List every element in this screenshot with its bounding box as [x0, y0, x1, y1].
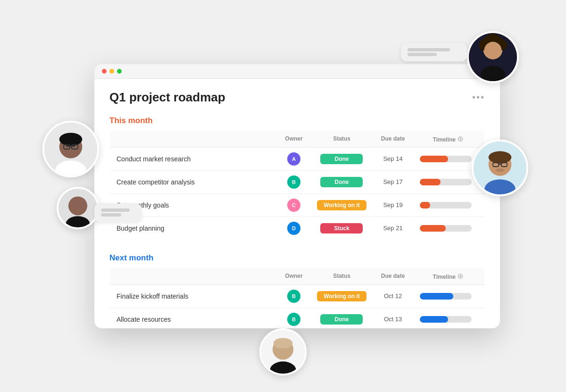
table-header-this-month: Owner Status Due date Timeline ⊕	[110, 130, 485, 147]
svg-point-19	[68, 196, 87, 215]
task-name-cell[interactable]: Allocate resources	[110, 308, 279, 326]
col-task-next	[110, 267, 279, 284]
status-badge: Done	[320, 177, 363, 187]
status-cell[interactable]: Done	[309, 147, 374, 170]
owner-cell: C	[278, 193, 309, 217]
task-name-cell[interactable]: Finalize kickoff materials	[110, 284, 279, 308]
timeline-fill	[420, 179, 441, 185]
table-row: Conduct market researchADoneSep 14	[110, 147, 485, 170]
owner-cell: D	[278, 217, 309, 240]
task-table-this-month: Owner Status Due date Timeline ⊕ Conduct…	[109, 130, 485, 240]
status-badge: Stuck	[320, 223, 363, 234]
add-col-this[interactable]: ⊕	[457, 135, 463, 143]
table-row: Create competitor analysisBDoneSep 17	[110, 170, 485, 193]
col-task-this	[110, 130, 279, 147]
due-date-cell: Oct 12	[374, 284, 412, 308]
task-name-cell[interactable]: Create competitor analysis	[110, 170, 279, 193]
svg-point-25	[496, 168, 505, 171]
svg-point-6	[484, 42, 501, 59]
avatar-far-right	[472, 140, 528, 196]
col-due-this: Due date	[374, 130, 412, 147]
avatar: B	[287, 175, 300, 189]
avatar-top-right	[467, 31, 519, 83]
timeline-cell	[412, 217, 485, 240]
timeline-cell	[412, 308, 485, 326]
add-col-next[interactable]: ⊕	[457, 272, 463, 280]
svg-rect-12	[67, 145, 70, 147]
avatar: B	[287, 313, 300, 326]
browser-content: Q1 project roadmap ••• This month Owner …	[94, 79, 500, 326]
status-cell[interactable]: Stuck	[309, 217, 374, 240]
due-date-cell: Sep 21	[374, 217, 412, 240]
dot-green[interactable]	[117, 69, 122, 74]
avatar-mid-left	[42, 121, 99, 177]
owner-cell: B	[278, 170, 309, 193]
timeline-fill	[420, 225, 446, 232]
timeline-fill	[420, 293, 454, 300]
col-timeline-this: Timeline ⊕	[412, 130, 485, 147]
status-badge: Working on it	[317, 291, 366, 301]
section-title-next-month: Next month	[109, 253, 485, 263]
section-next-month: Next month Owner Status Due date Timelin…	[109, 253, 485, 326]
avatar: D	[287, 222, 300, 235]
due-date-cell: Sep 14	[374, 147, 412, 170]
timeline-fill	[420, 316, 449, 323]
browser-window: Q1 project roadmap ••• This month Owner …	[94, 64, 500, 328]
owner-cell: B	[278, 284, 309, 308]
owner-cell: B	[278, 308, 309, 326]
status-cell[interactable]: Done	[309, 308, 374, 326]
avatar-bottom-center	[259, 328, 307, 375]
table-row: Set monthly goalsCWorking on itSep 19	[110, 193, 485, 217]
svg-point-32	[274, 338, 292, 348]
svg-point-24	[489, 151, 512, 163]
due-date-cell: Sep 19	[374, 193, 412, 217]
timeline-cell	[412, 193, 485, 217]
col-status-this: Status	[309, 130, 374, 147]
col-owner-next: Owner	[278, 267, 309, 284]
chat-bubble-left	[94, 203, 142, 222]
page-header: Q1 project roadmap •••	[109, 90, 485, 105]
table-row: Budget planningDStuckSep 21	[110, 217, 485, 240]
col-due-next: Due date	[374, 267, 412, 284]
status-cell[interactable]: Working on it	[309, 284, 374, 308]
task-table-next-month: Owner Status Due date Timeline ⊕ Finaliz…	[109, 267, 485, 326]
timeline-cell	[412, 284, 485, 308]
svg-point-11	[59, 133, 83, 146]
section-title-this-month: This month	[109, 116, 485, 125]
avatar: B	[287, 290, 300, 303]
col-timeline-next: Timeline ⊕	[412, 267, 485, 284]
table-row: Finalize kickoff materialsBWorking on it…	[110, 284, 485, 308]
svg-rect-13	[72, 145, 75, 147]
table-row: Allocate resourcesBDoneOct 13	[110, 308, 485, 326]
status-badge: Done	[320, 314, 363, 325]
timeline-fill	[420, 156, 449, 162]
due-date-cell: Sep 17	[374, 170, 412, 193]
task-name-cell[interactable]: Conduct market research	[110, 147, 279, 170]
avatar-bottom-left	[57, 187, 99, 229]
owner-cell: A	[278, 147, 309, 170]
status-cell[interactable]: Working on it	[309, 193, 374, 217]
table-header-next-month: Owner Status Due date Timeline ⊕	[110, 267, 485, 284]
browser-titlebar	[94, 64, 500, 79]
section-this-month: This month Owner Status Due date Timelin…	[109, 116, 485, 240]
status-badge: Done	[320, 154, 363, 164]
dot-red[interactable]	[102, 69, 107, 74]
due-date-cell: Oct 13	[374, 308, 412, 326]
col-status-next: Status	[309, 267, 374, 284]
menu-dots-button[interactable]: •••	[472, 92, 485, 103]
avatar: C	[287, 199, 300, 212]
chat-bubble-top	[401, 43, 467, 61]
timeline-fill	[420, 202, 430, 209]
status-badge: Working on it	[317, 200, 366, 210]
scene: Q1 project roadmap ••• This month Owner …	[47, 26, 519, 366]
status-cell[interactable]: Done	[309, 170, 374, 193]
page-title: Q1 project roadmap	[109, 90, 225, 105]
avatar: A	[287, 152, 300, 166]
dot-yellow[interactable]	[109, 69, 114, 74]
col-owner-this: Owner	[278, 130, 309, 147]
